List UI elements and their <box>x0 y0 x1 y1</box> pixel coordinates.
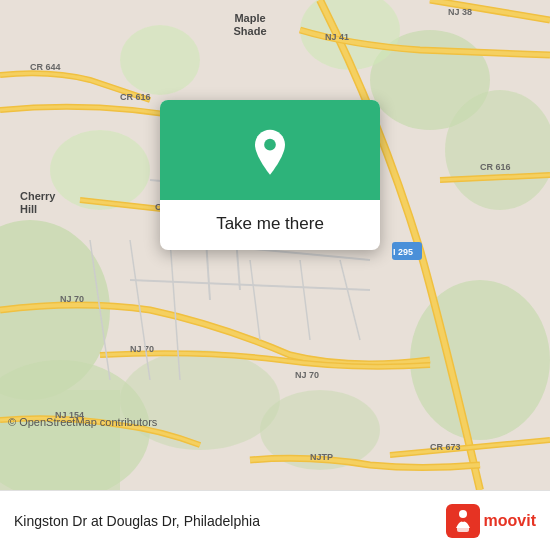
svg-text:Cherry: Cherry <box>20 190 56 202</box>
svg-point-10 <box>120 25 200 95</box>
location-popup: Take me there <box>160 100 380 250</box>
copyright-text: © OpenStreetMap contributors <box>8 416 157 428</box>
location-address: Kingston Dr at Douglas Dr, Philadelphia <box>14 513 436 529</box>
svg-point-7 <box>120 350 280 450</box>
popup-header <box>160 100 380 200</box>
svg-text:NJ 38: NJ 38 <box>448 7 472 17</box>
svg-text:Hill: Hill <box>20 203 37 215</box>
svg-text:I 295: I 295 <box>393 247 413 257</box>
svg-point-32 <box>459 510 467 518</box>
svg-text:NJ 70: NJ 70 <box>295 370 319 380</box>
map-container: I 295 CR 644 CR 616 CR 616 CR 626 NJ 41 … <box>0 0 550 490</box>
svg-text:NJ 41: NJ 41 <box>325 32 349 42</box>
svg-point-5 <box>445 90 550 210</box>
moovit-text: moovit <box>484 512 536 530</box>
svg-text:NJTP: NJTP <box>310 452 333 462</box>
moovit-icon <box>446 504 480 538</box>
svg-text:CR 616: CR 616 <box>480 162 511 172</box>
svg-rect-33 <box>457 526 469 532</box>
bottom-bar: Kingston Dr at Douglas Dr, Philadelphia … <box>0 490 550 550</box>
svg-rect-31 <box>446 504 480 538</box>
take-me-there-button[interactable]: Take me there <box>160 200 380 250</box>
svg-text:Maple: Maple <box>234 12 265 24</box>
location-pin-icon <box>245 128 295 178</box>
svg-point-9 <box>50 130 150 210</box>
svg-text:NJ 70: NJ 70 <box>130 344 154 354</box>
svg-rect-3 <box>0 390 120 490</box>
svg-text:CR 673: CR 673 <box>430 442 461 452</box>
svg-text:NJ 70: NJ 70 <box>60 294 84 304</box>
svg-text:Shade: Shade <box>233 25 266 37</box>
svg-text:CR 616: CR 616 <box>120 92 151 102</box>
svg-text:CR 644: CR 644 <box>30 62 61 72</box>
moovit-logo: moovit <box>446 504 536 538</box>
svg-point-30 <box>264 139 276 151</box>
